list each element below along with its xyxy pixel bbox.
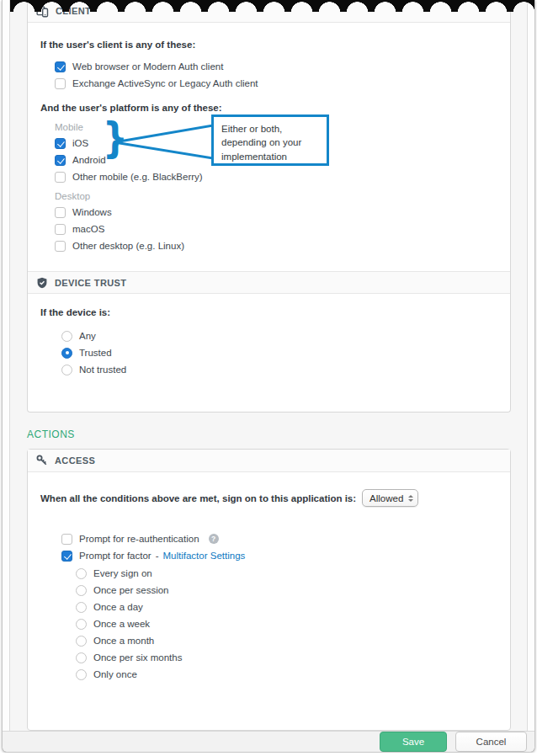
once-a-month-radio[interactable] [76,636,87,647]
access-section-title: ACCESS [55,455,95,466]
ios-label: iOS [72,138,88,148]
actions-section-label: ACTIONS [27,429,527,440]
factor-checkbox[interactable] [61,551,72,562]
activesync-label: Exchange ActiveSync or Legacy Auth clien… [72,78,258,88]
access-body: When all the conditions above are met, s… [28,472,510,730]
other-mobile-checkbox[interactable] [55,172,66,183]
checkbox-row-factor: Prompt for factor - Multifactor Settings [40,547,497,564]
once-per-session-radio[interactable] [76,585,87,596]
checkbox-row-activesync: Exchange ActiveSync or Legacy Auth clien… [40,75,497,92]
other-desktop-checkbox[interactable] [55,241,66,252]
activesync-checkbox[interactable] [55,78,66,89]
access-select-value: Allowed [370,493,403,503]
checkbox-row-reauth: Prompt for re-authentication ? [40,530,497,547]
reauth-label: Prompt for re-authentication [79,534,199,544]
access-sentence: When all the conditions above are met, s… [40,493,356,503]
windows-checkbox[interactable] [55,207,66,218]
radio-row-once-per-session: Once per session [40,582,497,599]
once-per-six-months-radio[interactable] [76,652,87,663]
once-a-month-label: Once a month [93,636,154,646]
radio-row-once-per-six-months: Once per six months [40,649,497,666]
trusted-label: Trusted [79,348,112,358]
radio-row-once-a-week: Once a week [40,615,497,632]
cancel-button[interactable]: Cancel [455,732,527,752]
other-mobile-label: Other mobile (e.g. BlackBerry) [72,172,203,182]
radio-row-every-sign-on: Every sign on [40,565,497,582]
android-label: Android [72,155,106,165]
checkbox-row-macos: macOS [40,221,497,237]
dialog-footer: Save Cancel [3,731,534,752]
factor-frequency-options: Every sign on Once per session Once a da… [40,565,497,683]
radio-row-trusted: Trusted [40,344,497,361]
radio-row-only-once: Only once [40,666,497,683]
torn-edge [10,0,534,12]
device-question: If the device is: [40,307,497,317]
callout-line-2: depending on your [221,136,319,149]
macos-label: macOS [72,224,104,234]
once-per-six-months-label: Once per six months [93,652,182,663]
ios-checkbox[interactable] [55,138,66,149]
checkbox-row-web-browser: Web browser or Modern Auth client [40,58,497,75]
windows-label: Windows [72,207,112,217]
only-once-label: Only once [93,669,137,679]
annotation-callout: Either or both, depending on your implem… [211,114,329,166]
trusted-radio[interactable] [61,348,72,359]
select-stepper-icon [408,495,413,502]
factor-label: Prompt for factor [79,551,152,561]
annotation-arrow [114,120,213,165]
every-sign-on-radio[interactable] [76,568,87,579]
checkbox-row-other-desktop: Other desktop (e.g. Linux) [40,237,497,254]
device-trust-section-title: DEVICE TRUST [55,278,126,288]
save-button[interactable]: Save [380,732,447,752]
shield-check-icon [36,277,48,289]
callout-line-3: implementation [221,150,319,163]
every-sign-on-label: Every sign on [93,568,152,578]
device-trust-body: If the device is: Any Trusted Not truste… [28,294,510,412]
desktop-group-label: Desktop [40,188,497,204]
access-section-header: ACCESS [28,450,510,472]
once-a-week-label: Once a week [93,619,150,629]
radio-row-any: Any [40,327,497,344]
reauth-checkbox[interactable] [61,534,72,545]
client-question: If the user's client is any of these: [40,40,497,50]
checkbox-row-other-mobile: Other mobile (e.g. BlackBerry) [40,168,497,185]
any-label: Any [79,331,96,341]
device-trust-section-header: DEVICE TRUST [28,271,510,294]
only-once-radio[interactable] [76,669,87,680]
once-a-week-radio[interactable] [76,619,87,630]
access-panel: ACCESS When all the conditions above are… [27,449,511,731]
any-radio[interactable] [61,331,72,342]
multifactor-settings-link[interactable]: Multifactor Settings [162,551,245,561]
once-per-session-label: Once per session [93,585,169,595]
radio-row-once-a-month: Once a month [40,632,497,649]
checkbox-row-windows: Windows [40,204,497,221]
once-a-day-label: Once a day [93,602,143,612]
policy-rule-dialog: CLIENT If the user's client is any of th… [2,0,535,753]
access-sentence-row: When all the conditions above are met, s… [40,489,497,507]
access-select[interactable]: Allowed [362,489,418,507]
once-a-day-radio[interactable] [76,602,87,613]
factor-separator: - [156,551,159,561]
web-browser-label: Web browser or Modern Auth client [72,61,223,72]
not-trusted-radio[interactable] [61,365,72,375]
help-icon[interactable]: ? [209,534,219,544]
other-desktop-label: Other desktop (e.g. Linux) [72,241,184,251]
macos-checkbox[interactable] [55,224,66,235]
platform-question: And the user's platform is any of these: [40,103,497,113]
web-browser-checkbox[interactable] [55,61,66,72]
not-trusted-label: Not trusted [79,365,126,375]
dialog-content: CLIENT If the user's client is any of th… [9,0,528,731]
radio-row-once-a-day: Once a day [40,599,497,615]
radio-row-not-trusted: Not trusted [40,361,497,378]
android-checkbox[interactable] [55,155,66,166]
conditions-panel: CLIENT If the user's client is any of th… [27,0,511,413]
callout-line-1: Either or both, [221,122,319,136]
key-icon [36,455,48,466]
